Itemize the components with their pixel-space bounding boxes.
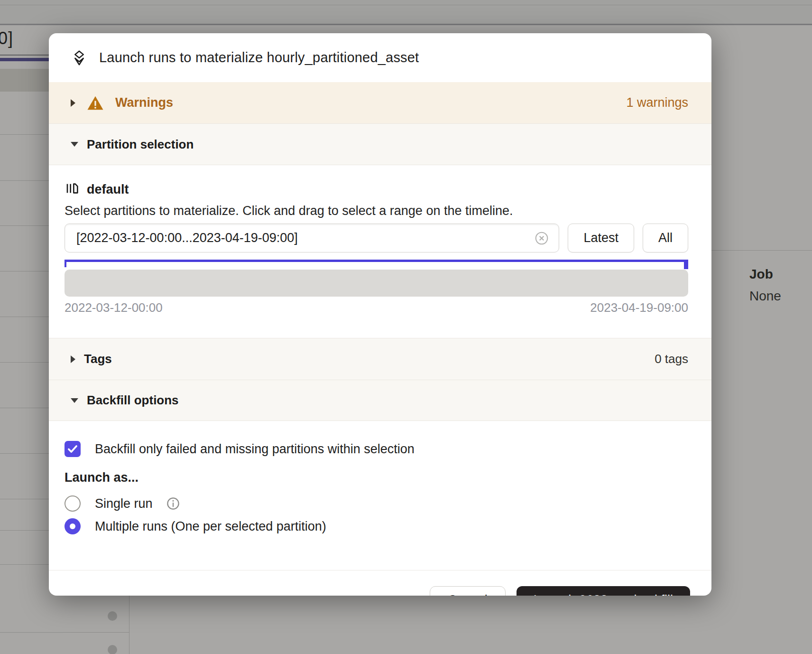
background-row-divider: [0, 317, 49, 317]
partition-range-value: [2022-03-12-00:00...2023-04-19-09:00]: [76, 231, 534, 245]
partition-set-icon: [65, 181, 80, 198]
materialize-asset-icon: [70, 49, 88, 67]
launch-backfill-button[interactable]: Launch 9682-run backfill: [517, 586, 690, 596]
partition-selection-label: Partition selection: [87, 137, 194, 152]
warnings-label: Warnings: [115, 95, 173, 110]
warnings-section-header[interactable]: Warnings 1 warnings: [49, 82, 711, 123]
multiple-runs-radio[interactable]: Multiple runs (One per selected partitio…: [65, 518, 688, 534]
partition-dimension-name: default: [87, 182, 129, 197]
latest-button[interactable]: Latest: [568, 224, 634, 252]
backfill-options-body: Backfill only failed and missing partiti…: [49, 441, 711, 570]
backfill-options-label: Backfill options: [87, 393, 179, 408]
timeline-end-date: 2023-04-19-09:00: [590, 300, 688, 315]
single-run-label: Single run: [95, 496, 153, 511]
tags-label: Tags: [84, 352, 112, 366]
tags-section-header[interactable]: Tags 0 tags: [49, 338, 711, 380]
timeline-date-labels: 2022-03-12-00:00 2023-04-19-09:00: [65, 300, 688, 315]
partition-timeline[interactable]: [65, 270, 688, 297]
background-row-divider: [0, 408, 49, 408]
partition-dimension: default: [65, 181, 688, 197]
background-status-dot: [108, 645, 117, 654]
background-row-divider: [0, 499, 49, 499]
checkbox-label: Backfill only failed and missing partiti…: [95, 442, 415, 457]
background-divider: [0, 55, 49, 56]
single-run-radio[interactable]: Single run: [65, 495, 688, 512]
background-row-divider: [0, 632, 129, 633]
background-partial-text: 0]: [0, 28, 13, 48]
multiple-runs-label: Multiple runs (One per selected partitio…: [95, 519, 326, 534]
background-job-value: None: [749, 289, 781, 304]
dialog-title: Launch runs to materialize hourly_partit…: [99, 50, 419, 65]
checkbox-icon[interactable]: [65, 441, 81, 457]
backfill-only-failed-checkbox[interactable]: Backfill only failed and missing partiti…: [65, 441, 688, 457]
background-row-divider: [0, 564, 49, 565]
partition-selection-body: default Select partitions to materialize…: [49, 181, 711, 338]
partition-input-row: [2022-03-12-00:00...2023-04-19-09:00] La…: [65, 224, 688, 252]
dialog-header: Launch runs to materialize hourly_partit…: [49, 33, 711, 82]
warning-icon: [87, 95, 104, 111]
launch-backfill-dialog: Launch runs to materialize hourly_partit…: [49, 33, 711, 596]
background-row-divider: [0, 362, 49, 363]
clear-input-icon[interactable]: [534, 231, 549, 246]
background-status-dot: [108, 611, 117, 621]
chevron-right-icon: [71, 355, 75, 363]
cancel-button[interactable]: Cancel: [430, 586, 506, 596]
chevron-right-icon: [71, 99, 75, 107]
background-accent-bar: [0, 58, 49, 61]
warnings-count: 1 warnings: [626, 95, 688, 110]
partition-selection-description: Select partitions to materialize. Click …: [65, 204, 688, 218]
background-row-divider: [0, 530, 49, 531]
timeline-start-date: 2022-03-12-00:00: [65, 300, 163, 315]
background-selected-row: [0, 69, 49, 92]
background-row-divider: [0, 225, 49, 226]
selection-range-indicator: [65, 260, 688, 269]
chevron-down-icon: [71, 142, 78, 147]
background-column-divider: [129, 596, 129, 654]
partition-range-input[interactable]: [2022-03-12-00:00...2023-04-19-09:00]: [65, 224, 559, 252]
launch-as-label: Launch as...: [65, 470, 688, 485]
chevron-down-icon: [71, 398, 78, 403]
background-row-divider: [0, 180, 49, 181]
partition-selection-header[interactable]: Partition selection: [49, 123, 711, 165]
background-row-divider: [0, 134, 49, 135]
radio-icon[interactable]: [65, 518, 81, 534]
radio-icon[interactable]: [65, 495, 81, 512]
background-job-column-header: Job: [749, 267, 773, 282]
all-button[interactable]: All: [643, 224, 688, 252]
info-icon[interactable]: [166, 496, 180, 511]
dialog-footer: Cancel Launch 9682-run backfill: [49, 570, 711, 596]
background-row-divider: [0, 453, 49, 454]
background-divider: [0, 5, 812, 5]
backfill-options-header[interactable]: Backfill options: [49, 380, 711, 421]
page: 0] Job None Launch ru: [0, 0, 812, 654]
background-top-toolbar: [0, 0, 812, 25]
background-row-divider: [711, 250, 812, 251]
tags-count: 0 tags: [655, 352, 688, 366]
background-row-divider: [0, 271, 49, 271]
